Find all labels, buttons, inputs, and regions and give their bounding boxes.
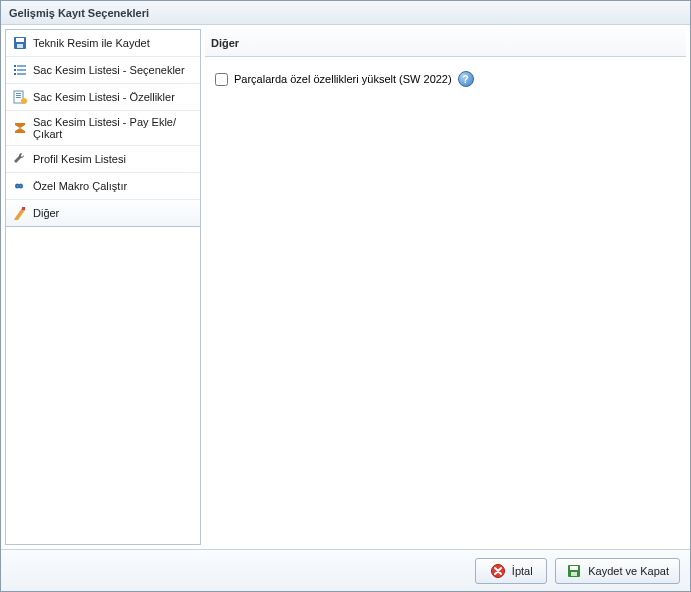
sidebar-item-run-macro[interactable]: Özel Makro Çalıştır — [6, 173, 200, 200]
sidebar-column: Teknik Resim ile Kaydet Sac Kesim Listes… — [5, 29, 201, 545]
cancel-button-label: İptal — [512, 565, 533, 577]
sigma-icon — [12, 120, 28, 136]
sidebar-item-drawing-save[interactable]: Teknik Resim ile Kaydet — [6, 30, 200, 57]
svg-rect-1 — [16, 38, 24, 42]
save-close-icon — [566, 563, 582, 579]
infinity-icon — [12, 178, 28, 194]
sidebar-item-label: Özel Makro Çalıştır — [33, 180, 127, 192]
help-icon[interactable]: ? — [458, 71, 474, 87]
save-close-button[interactable]: Kaydet ve Kapat — [555, 558, 680, 584]
svg-rect-4 — [17, 65, 26, 67]
sidebar-filler — [5, 227, 201, 545]
svg-rect-17 — [570, 566, 578, 570]
svg-rect-6 — [17, 69, 26, 71]
sidebar-item-label: Sac Kesim Listesi - Pay Ekle/Çıkart — [33, 116, 194, 140]
sidebar-item-cutlist-properties[interactable]: Sac Kesim Listesi - Özellikler — [6, 84, 200, 111]
sidebar-nav: Teknik Resim ile Kaydet Sac Kesim Listes… — [5, 29, 201, 227]
svg-rect-8 — [17, 73, 26, 75]
misc-icon — [12, 205, 28, 221]
svg-point-13 — [21, 98, 27, 104]
sidebar-item-profile-cutlist[interactable]: Profil Kesim Listesi — [6, 146, 200, 173]
svg-rect-7 — [14, 73, 16, 75]
svg-rect-10 — [16, 93, 21, 94]
svg-rect-18 — [571, 572, 577, 576]
list-options-icon — [12, 62, 28, 78]
content-header: Diğer — [205, 29, 686, 57]
svg-rect-11 — [16, 95, 21, 96]
window-title: Gelişmiş Kayıt Seçenekleri — [9, 7, 149, 19]
svg-rect-2 — [17, 44, 23, 48]
save-icon — [12, 35, 28, 51]
content-title: Diğer — [211, 37, 239, 49]
sidebar-item-label: Profil Kesim Listesi — [33, 153, 126, 165]
dialog-window: Gelişmiş Kayıt Seçenekleri Teknik Resim … — [0, 0, 691, 592]
save-close-button-label: Kaydet ve Kapat — [588, 565, 669, 577]
list-properties-icon — [12, 89, 28, 105]
sidebar-item-label: Sac Kesim Listesi - Seçenekler — [33, 64, 185, 76]
sidebar-item-cutlist-options[interactable]: Sac Kesim Listesi - Seçenekler — [6, 57, 200, 84]
sidebar-item-other[interactable]: Diğer — [6, 200, 200, 226]
sidebar-item-label: Diğer — [33, 207, 59, 219]
svg-rect-14 — [22, 207, 25, 210]
content-area: Diğer Parçalarda özel özellikleri yüksel… — [205, 29, 686, 545]
cancel-icon — [490, 563, 506, 579]
svg-rect-5 — [14, 69, 16, 71]
wrench-icon — [12, 151, 28, 167]
cancel-button[interactable]: İptal — [475, 558, 547, 584]
sidebar-item-cutlist-allowance[interactable]: Sac Kesim Listesi - Pay Ekle/Çıkart — [6, 111, 200, 146]
titlebar: Gelişmiş Kayıt Seçenekleri — [1, 1, 690, 25]
upgrade-properties-label: Parçalarda özel özellikleri yükselt (SW … — [234, 73, 452, 85]
sidebar-item-label: Teknik Resim ile Kaydet — [33, 37, 150, 49]
svg-rect-3 — [14, 65, 16, 67]
content-body: Parçalarda özel özellikleri yükselt (SW … — [205, 57, 686, 545]
footer: İptal Kaydet ve Kapat — [1, 549, 690, 591]
sidebar-item-label: Sac Kesim Listesi - Özellikler — [33, 91, 175, 103]
upgrade-properties-checkbox[interactable] — [215, 73, 228, 86]
svg-rect-12 — [16, 97, 21, 98]
upgrade-properties-row[interactable]: Parçalarda özel özellikleri yükselt (SW … — [215, 71, 676, 87]
body: Teknik Resim ile Kaydet Sac Kesim Listes… — [1, 25, 690, 549]
